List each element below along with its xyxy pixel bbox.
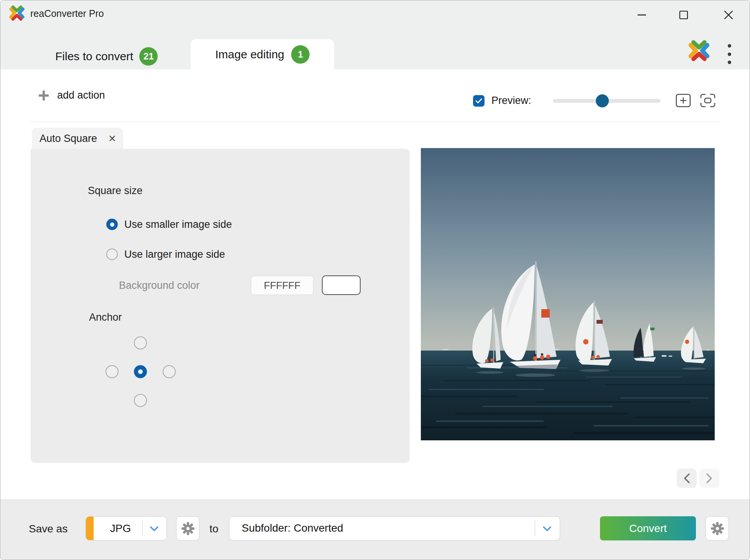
maximize-button[interactable] — [676, 8, 691, 22]
fullscreen-preview-button[interactable] — [699, 92, 716, 109]
main-content: add action Preview: Auto Square ✕ — [0, 69, 750, 500]
fullscreen-icon — [699, 93, 716, 108]
format-value: JPG — [101, 522, 140, 535]
anchor-radio-center[interactable] — [134, 365, 147, 378]
app-title: reaConverter Pro — [30, 8, 104, 19]
format-settings-button[interactable] — [176, 516, 199, 540]
files-count-badge: 21 — [139, 47, 158, 66]
convert-button[interactable]: Convert — [600, 516, 696, 540]
format-select[interactable]: JPG — [86, 516, 167, 540]
anchor-radio-left[interactable] — [105, 365, 119, 378]
add-action-label: add action — [57, 89, 105, 101]
square-size-label: Square size — [88, 185, 143, 197]
preview-checkbox[interactable] — [473, 95, 485, 107]
tab-image-editing[interactable]: Image editing 1 — [191, 39, 334, 69]
new-preview-window-button[interactable] — [675, 92, 692, 109]
add-window-icon — [676, 94, 691, 107]
overflow-menu-icon[interactable] — [725, 43, 733, 66]
destination-select[interactable]: Subfolder: Converted — [229, 516, 560, 540]
radio-use-smaller-side[interactable] — [106, 219, 118, 230]
close-button[interactable] — [721, 8, 736, 22]
previous-image-button[interactable] — [677, 469, 697, 488]
save-as-label: Save as — [29, 523, 68, 535]
footer-bar: Save as JPG to — [0, 499, 750, 560]
brand-logo-icon — [688, 40, 710, 62]
chevron-down-icon — [542, 526, 552, 532]
tab-files-label: Files to convert — [55, 50, 133, 63]
anchor-radio-bottom[interactable] — [134, 394, 147, 407]
format-select-divider — [142, 520, 143, 536]
action-tab-auto-square[interactable]: Auto Square ✕ — [32, 128, 123, 149]
preview-label: Preview: — [491, 95, 531, 107]
next-image-button[interactable] — [699, 469, 719, 488]
action-tab-title: Auto Square — [40, 133, 97, 145]
format-accent-strip — [86, 517, 94, 540]
add-action-button[interactable]: add action — [39, 89, 105, 101]
anchor-radio-top[interactable] — [134, 336, 147, 349]
radio-use-larger-side-label: Use larger image side — [124, 249, 225, 260]
destination-select-divider — [535, 520, 535, 536]
chevron-right-icon — [706, 473, 713, 483]
destination-value: Subfolder: Converted — [242, 522, 343, 534]
anchor-radio-right[interactable] — [163, 365, 176, 378]
minimize-button[interactable] — [635, 8, 649, 22]
radio-use-larger-side[interactable] — [106, 249, 118, 260]
tab-editing-label: Image editing — [215, 48, 284, 61]
tab-files-to-convert[interactable]: Files to convert 21 — [55, 43, 158, 69]
app-window: reaConverter Pro Files to convert 21 Ima… — [0, 0, 750, 560]
check-icon — [475, 98, 482, 104]
editing-count-badge: 1 — [291, 45, 310, 64]
radio-use-smaller-side-label: Use smaller image side — [124, 219, 232, 231]
preview-zoom-slider[interactable] — [553, 99, 661, 103]
chevron-down-icon — [150, 526, 159, 532]
chevron-left-icon — [683, 473, 690, 483]
app-logo-icon — [9, 5, 25, 21]
gear-icon — [181, 522, 195, 535]
background-color-label: Background color — [119, 280, 199, 292]
preview-image — [421, 148, 715, 440]
background-color-swatch[interactable] — [322, 275, 361, 295]
convert-label: Convert — [629, 522, 667, 535]
convert-settings-button[interactable] — [705, 516, 729, 540]
to-label: to — [209, 523, 218, 535]
titlebar: reaConverter Pro Files to convert 21 Ima… — [0, 0, 750, 69]
close-action-icon[interactable]: ✕ — [108, 133, 116, 144]
toolbar-divider — [31, 122, 720, 122]
gear-icon — [710, 522, 724, 535]
slider-thumb[interactable] — [596, 94, 609, 107]
auto-square-options-panel: Square size Use smaller image side Use l… — [31, 149, 410, 463]
plus-icon — [39, 91, 49, 100]
anchor-label: Anchor — [89, 311, 122, 323]
background-color-input[interactable] — [251, 276, 313, 295]
